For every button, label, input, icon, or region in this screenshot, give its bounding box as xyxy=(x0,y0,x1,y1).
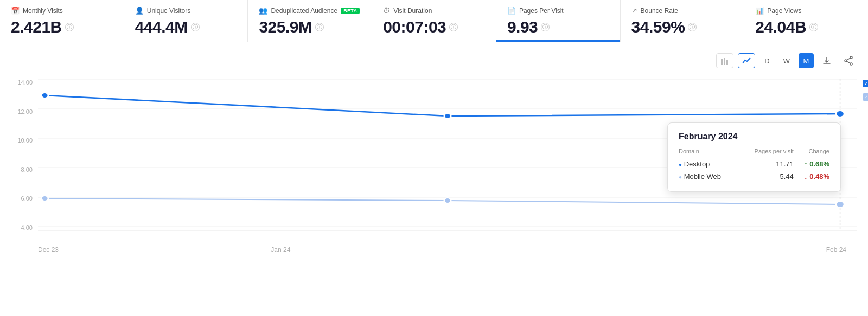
metric-card-page-views[interactable]: 📊 Page Views 24.04B ⓘ xyxy=(744,0,868,42)
deduplicated-audience-label-row: 👥 Deduplicated AudienceBETA xyxy=(259,7,361,15)
tooltip-change: ↑ 0.68% xyxy=(794,158,829,170)
y-label-6: 6.00 xyxy=(21,195,33,202)
svg-rect-2 xyxy=(726,60,728,65)
metric-card-visit-duration[interactable]: ⏱ Visit Duration 00:07:03 ⓘ xyxy=(372,0,496,42)
metric-card-pages-per-visit[interactable]: 📄 Pages Per Visit 9.93 ⓘ xyxy=(496,0,621,42)
metric-card-bounce-rate[interactable]: ↗ Bounce Rate 34.59% ⓘ xyxy=(621,0,745,42)
visit-duration-value: 00:07:03 xyxy=(383,18,446,36)
deduplicated-audience-label: Deduplicated Audience xyxy=(271,7,337,15)
svg-point-3 xyxy=(850,56,852,59)
y-label-8: 8.00 xyxy=(21,166,33,173)
change-value: ↓ 0.48% xyxy=(804,172,829,180)
tooltip-change: ↓ 0.48% xyxy=(794,170,829,183)
visit-duration-label: Visit Duration xyxy=(393,7,432,15)
pages-per-visit-label: Pages Per Visit xyxy=(519,7,564,15)
bounce-rate-icon: ↗ xyxy=(631,7,637,15)
bar-chart-button[interactable] xyxy=(716,53,733,68)
monthly-visits-label: Monthly Visits xyxy=(23,7,63,15)
tooltip-col-domain: Domain xyxy=(679,148,738,158)
monthly-visits-value: 2.421B xyxy=(11,18,62,36)
unique-visitors-value-row: 444.4M ⓘ xyxy=(135,18,237,36)
desktop-checkbox[interactable] xyxy=(863,80,868,87)
tooltip-value: 11.71 xyxy=(738,158,794,170)
metrics-bar: 📅 Monthly Visits 2.421B ⓘ 👤 Unique Visit… xyxy=(0,0,868,42)
tooltip-table: Domain Pages per visit Change ● Desktop … xyxy=(679,148,829,183)
tooltip-title: February 2024 xyxy=(679,132,829,141)
svg-point-4 xyxy=(850,63,852,65)
period-w-button[interactable]: W xyxy=(779,53,794,68)
y-label-14: 14.00 xyxy=(17,79,33,86)
unique-visitors-icon: 👤 xyxy=(135,7,144,15)
svg-point-17 xyxy=(444,113,451,119)
monthly-visits-label-row: 📅 Monthly Visits xyxy=(11,7,113,15)
tooltip-col-change: Change xyxy=(794,148,829,158)
unique-visitors-label: Unique Visitors xyxy=(147,7,190,15)
chart-container: D W M 14.00 12.00 10.00 8.00 6.00 4.0 xyxy=(0,42,868,275)
bounce-rate-info[interactable]: ⓘ xyxy=(688,23,697,31)
pages-per-visit-label-row: 📄 Pages Per Visit xyxy=(507,7,609,15)
page-views-icon: 📊 xyxy=(755,7,764,15)
svg-rect-0 xyxy=(721,59,723,65)
legend-item-desktop[interactable]: Desktop xyxy=(863,79,868,87)
tooltip-col-pages: Pages per visit xyxy=(738,148,794,158)
svg-point-16 xyxy=(41,93,48,98)
period-d-button[interactable]: D xyxy=(760,53,775,68)
unique-visitors-value: 444.4M xyxy=(135,18,188,36)
beta-badge: BETA xyxy=(341,8,360,14)
legend-item-mobile-web[interactable]: Mobile Web xyxy=(863,93,868,101)
page-views-value-row: 24.04B ⓘ xyxy=(755,18,857,36)
share-button[interactable] xyxy=(840,53,857,68)
pages-per-visit-icon: 📄 xyxy=(507,7,516,15)
pages-per-visit-value: 9.93 xyxy=(507,18,538,36)
domain-dot: ● xyxy=(679,162,682,167)
visit-duration-info[interactable]: ⓘ xyxy=(449,23,458,31)
svg-point-21 xyxy=(836,201,844,208)
svg-point-18 xyxy=(836,111,844,117)
page-views-info[interactable]: ⓘ xyxy=(809,23,818,31)
bounce-rate-label-row: ↗ Bounce Rate xyxy=(631,7,733,15)
y-label-4: 4.00 xyxy=(21,224,33,231)
visit-duration-label-row: ⏱ Visit Duration xyxy=(383,7,485,15)
svg-line-7 xyxy=(847,61,850,63)
y-label-12: 12.00 xyxy=(17,108,33,115)
pages-per-visit-info[interactable]: ⓘ xyxy=(541,23,550,31)
deduplicated-audience-value: 325.9M xyxy=(259,18,311,36)
deduplicated-audience-info[interactable]: ⓘ xyxy=(315,23,324,31)
change-value: ↑ 0.68% xyxy=(804,160,829,168)
deduplicated-audience-value-row: 325.9M ⓘ xyxy=(259,18,361,36)
unique-visitors-info[interactable]: ⓘ xyxy=(191,23,200,31)
page-views-label: Page Views xyxy=(767,7,801,15)
svg-point-5 xyxy=(845,60,847,62)
page-views-label-row: 📊 Page Views xyxy=(755,7,857,15)
x-label-dec23: Dec 23 xyxy=(38,246,59,254)
visit-duration-icon: ⏱ xyxy=(383,7,390,15)
metric-card-monthly-visits[interactable]: 📅 Monthly Visits 2.421B ⓘ xyxy=(0,0,124,42)
x-axis-labels: Dec 23 Jan 24 Feb 24 xyxy=(38,246,846,254)
metric-card-deduplicated-audience[interactable]: 👥 Deduplicated AudienceBETA 325.9M ⓘ xyxy=(248,0,372,42)
x-label-jan24: Jan 24 xyxy=(271,246,290,254)
tooltip-row-desktop: ● Desktop 11.71 ↑ 0.68% xyxy=(679,158,829,170)
monthly-visits-icon: 📅 xyxy=(11,7,20,15)
y-label-10: 10.00 xyxy=(17,137,33,144)
line-chart-button[interactable] xyxy=(738,53,755,68)
period-m-button[interactable]: M xyxy=(799,53,814,68)
monthly-visits-value-row: 2.421B ⓘ xyxy=(11,18,113,36)
tooltip-domain: ● Desktop xyxy=(679,158,738,170)
svg-line-6 xyxy=(847,58,850,60)
bounce-rate-label: Bounce Rate xyxy=(641,7,678,15)
chart-toolbar: D W M xyxy=(11,53,857,68)
x-label-feb24: Feb 24 xyxy=(826,246,846,254)
visit-duration-value-row: 00:07:03 ⓘ xyxy=(383,18,485,36)
page-views-value: 24.04B xyxy=(755,18,806,36)
monthly-visits-info[interactable]: ⓘ xyxy=(65,23,74,31)
tooltip-row-mobile-web: ● Mobile Web 5.44 ↓ 0.48% xyxy=(679,170,829,183)
domain-dot: ● xyxy=(679,174,682,180)
download-button[interactable] xyxy=(818,53,835,68)
mobile-web-checkbox[interactable] xyxy=(863,93,868,101)
tooltip-domain: ● Mobile Web xyxy=(679,170,738,183)
tooltip-value: 5.44 xyxy=(738,170,794,183)
metric-card-unique-visitors[interactable]: 👤 Unique Visitors 444.4M ⓘ xyxy=(124,0,248,42)
deduplicated-audience-icon: 👥 xyxy=(259,7,267,15)
chart-legend: Desktop Mobile Web xyxy=(863,79,868,101)
unique-visitors-label-row: 👤 Unique Visitors xyxy=(135,7,237,15)
